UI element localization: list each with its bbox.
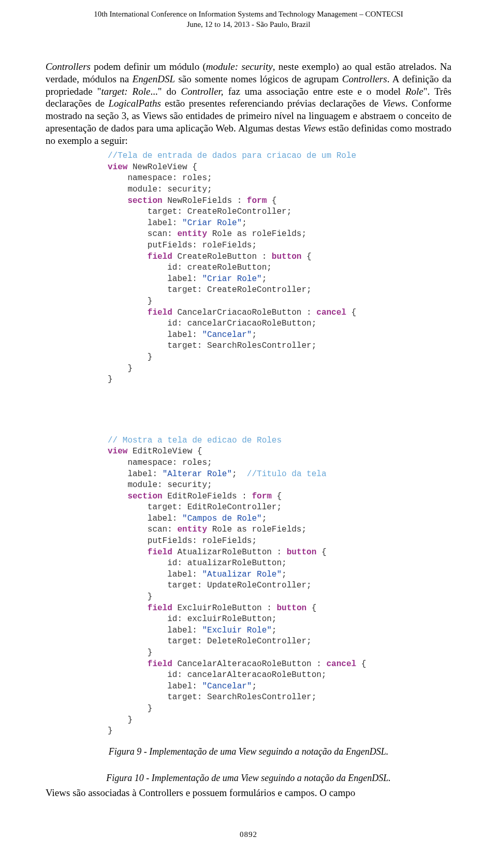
code-text: target: CreateRoleController; — [108, 285, 312, 295]
code-kw-entity: entity — [177, 229, 207, 239]
code-text: ; — [262, 274, 267, 284]
code-text: target: SearchRolesController; — [108, 693, 316, 702]
code-kw-view: view — [108, 447, 127, 456]
code-text: NewRoleFields : — [163, 196, 247, 205]
code-text: label: — [108, 218, 182, 228]
code-text: } — [108, 352, 152, 362]
code-text: target: UpdateRoleController; — [108, 581, 312, 590]
text: são somente nomes lógicos de agrupam — [175, 73, 342, 84]
code-text: CancelarCriacaoRoleButton : — [172, 308, 316, 317]
text: estão presentes referenciando prévias de… — [161, 98, 383, 109]
code-text: target: SearchRolesController; — [108, 341, 316, 350]
code-text: Role as roleFields; — [207, 229, 306, 239]
code-kw-section: section — [108, 196, 163, 205]
code-text: } — [108, 648, 152, 657]
code-text: } — [108, 375, 113, 384]
code-string: "Campos de Role" — [182, 514, 262, 523]
term-controllers: Controllers — [46, 61, 91, 72]
page-number: 0892 — [46, 830, 451, 839]
code-text: label: — [108, 330, 202, 340]
code-text: } — [108, 592, 152, 601]
code-text: { — [272, 492, 282, 501]
code-text: ; — [252, 330, 257, 340]
code-text: ; — [272, 626, 277, 635]
text: ..." do — [150, 86, 181, 97]
code-text: id: atualizarRoleButton; — [108, 558, 287, 568]
code-text: target: CreateRoleController; — [108, 207, 291, 216]
code-text: module: security; — [108, 480, 212, 490]
code-text: } — [108, 715, 133, 725]
code-text: target: EditRoleController; — [108, 503, 282, 512]
code-kw-view: view — [108, 163, 127, 172]
term-engendsl: EngenDSL — [133, 73, 175, 84]
text: são associadas à — [70, 787, 139, 798]
code-kw-button: button — [276, 604, 306, 613]
code-text: CancelarAlteracaoRoleButton : — [172, 659, 327, 669]
code-text: namespace: roles; — [108, 173, 212, 183]
figure-10-caption: Figura 10 - Implementação de uma View se… — [46, 773, 451, 784]
code-text: } — [108, 726, 113, 735]
code-text: label: — [108, 570, 202, 579]
code-text: scan: — [108, 229, 177, 239]
paragraph-2: Views são associadas à Controllers e pos… — [46, 787, 451, 799]
code-text: ; — [252, 682, 257, 691]
code-text: putFields: roleFields; — [108, 241, 257, 250]
figure-9-caption: Figura 9 - Implementação de uma View seg… — [46, 746, 451, 757]
code-text: EditRoleView { — [127, 447, 202, 456]
term-controller: Controller, — [181, 86, 223, 97]
text: e possuem formulários e campos. O campo — [183, 787, 355, 798]
term-module-security: module: security — [206, 61, 273, 72]
code-kw-button: button — [287, 548, 317, 557]
code-string: "Atualizar Role" — [202, 570, 282, 579]
header-line-2: June, 12 to 14, 2013 - São Paulo, Brazil — [46, 20, 451, 30]
code-text: ; — [282, 570, 287, 579]
code-string: "Cancelar" — [202, 682, 252, 691]
term-views: Views — [383, 98, 405, 109]
code-block-2: // Mostra a tela de edicao de Roles view… — [108, 435, 451, 737]
code-text: label: — [108, 274, 202, 284]
code-text: ; — [232, 469, 247, 479]
code-text: id: cancelarAlteracaoRoleButton; — [108, 670, 326, 680]
code-kw-field: field — [108, 659, 172, 669]
code-text: label: — [108, 682, 202, 691]
code-text: } — [108, 364, 133, 373]
code-kw-field: field — [108, 308, 172, 317]
code-kw-button: button — [272, 252, 302, 261]
term-logicalpaths: LogicalPaths — [109, 98, 161, 109]
term-role: Role — [405, 86, 423, 97]
code-text: namespace: roles; — [108, 458, 212, 467]
code-kw-form: form — [247, 196, 267, 205]
code-text: CreateRoleButton : — [172, 252, 272, 261]
text: faz uma associação entre este e o model — [224, 86, 405, 97]
header-line-1: 10th International Conference on Informa… — [46, 9, 451, 20]
code-kw-cancel: cancel — [316, 308, 346, 317]
code-text: label: — [108, 626, 202, 635]
code-text: id: createRoleButton; — [108, 263, 272, 272]
code-text: { — [301, 252, 311, 261]
code-text: label: — [108, 469, 163, 479]
code-text: AtualizarRoleButton : — [172, 548, 287, 557]
vertical-gap — [46, 390, 451, 431]
code-string: "Criar Role" — [182, 218, 242, 228]
paragraph-1: Controllers podem definir um módulo (mod… — [46, 61, 451, 146]
code-string: "Criar Role" — [202, 274, 261, 284]
term-views-2: Views — [303, 123, 326, 134]
term-target-role: target: Role — [101, 86, 151, 97]
code-kw-field: field — [108, 604, 172, 613]
code-text: } — [108, 297, 152, 306]
code-text: ; — [242, 218, 247, 228]
term-views: Views — [46, 787, 70, 798]
code-string: "Cancelar" — [202, 330, 252, 340]
code-text: NewRoleView { — [127, 163, 197, 172]
code-text: module: security; — [108, 185, 212, 194]
code-text: target: DeleteRoleController; — [108, 637, 312, 646]
conference-header: 10th International Conference on Informa… — [46, 0, 451, 30]
code-text: { — [356, 659, 366, 669]
code-comment: //Titulo da tela — [247, 469, 327, 479]
code-text: Role as roleFields; — [207, 525, 306, 534]
code-text: { — [267, 196, 276, 205]
code-kw-section: section — [108, 492, 163, 501]
code-kw-cancel: cancel — [326, 659, 356, 669]
code-block-1: //Tela de entrada de dados para criacao … — [108, 151, 451, 385]
code-text: } — [108, 704, 152, 713]
